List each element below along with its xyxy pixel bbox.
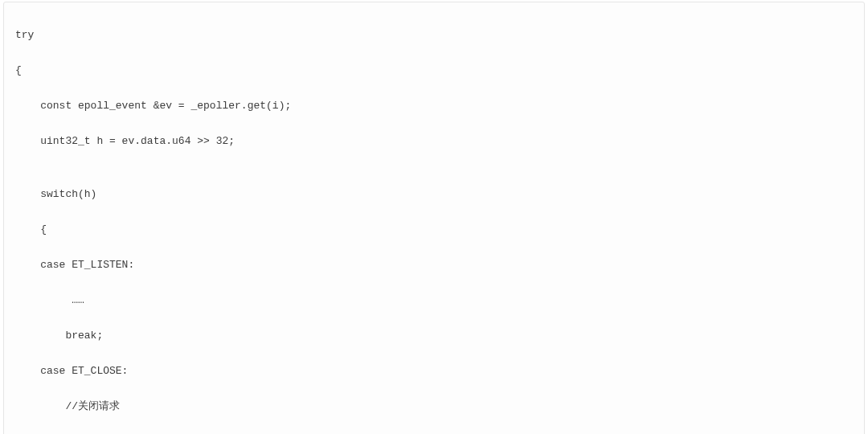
- code-line: {: [15, 221, 853, 239]
- code-block: try { const epoll_event &ev = _epoller.g…: [3, 2, 865, 434]
- code-line: switch(h): [15, 186, 853, 203]
- code-line: uint32_t h = ev.data.u64 >> 32;: [15, 133, 853, 150]
- code-line: case ET_LISTEN:: [15, 256, 853, 274]
- code-line: case ET_CLOSE:: [15, 362, 853, 380]
- code-line: ……: [15, 292, 853, 309]
- code-line: try: [15, 27, 853, 44]
- code-line: //关闭请求: [15, 398, 853, 416]
- code-line: const epoll_event &ev = _epoller.get(i);: [15, 97, 853, 115]
- code-line: break;: [15, 327, 853, 345]
- code-line: {: [15, 62, 853, 80]
